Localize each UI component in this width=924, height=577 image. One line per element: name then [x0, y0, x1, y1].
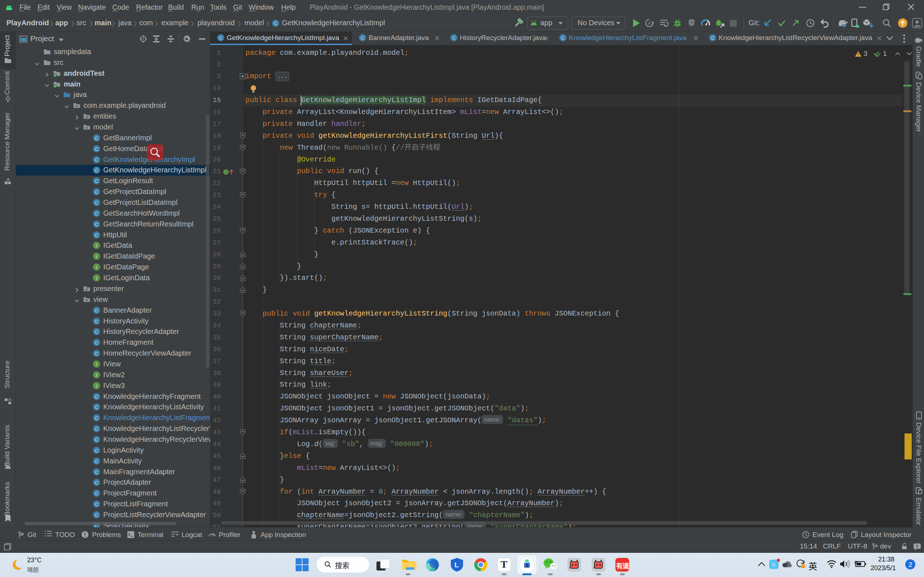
svg-text:C: C — [219, 35, 223, 41]
svg-text:C: C — [361, 35, 365, 41]
svg-text:C: C — [274, 21, 277, 26]
svg-text:C: C — [452, 35, 456, 41]
svg-text:L: L — [454, 561, 459, 569]
svg-text:C: C — [561, 35, 565, 41]
svg-text:I: I — [225, 170, 226, 174]
svg-text:A: A — [648, 21, 651, 26]
svg-text:C: C — [711, 35, 715, 41]
